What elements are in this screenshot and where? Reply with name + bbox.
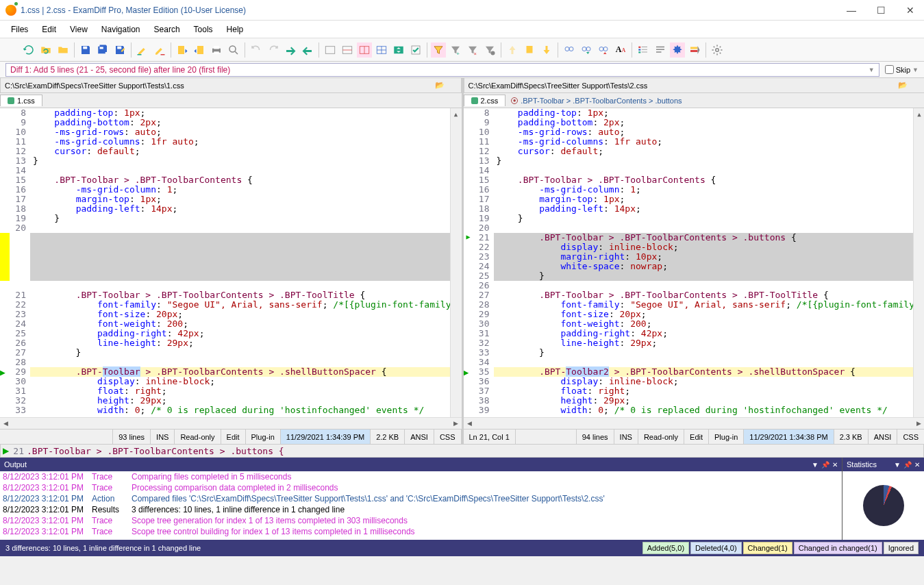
svg-point-8: [229, 46, 236, 52]
diff-description[interactable]: Diff 1: Add 5 lines (21 - 25, second fil…: [5, 63, 879, 77]
horizontal-scrollbar[interactable]: ◀▶: [464, 417, 925, 429]
svg-rect-4: [197, 46, 203, 54]
svg-text:+: +: [457, 50, 460, 56]
right-path-bar: C:\Src\ExamDiff\Specs\TreeSitter Support…: [464, 78, 925, 93]
close-panel-icon[interactable]: ✕: [914, 461, 920, 469]
scope-breadcrumb[interactable]: ●.BPT-Toolbar > .BPT-ToolbarContents > .…: [505, 95, 687, 106]
svg-rect-2: [117, 46, 121, 49]
vertical-scrollbar[interactable]: ▲: [450, 108, 462, 417]
copy-left-icon[interactable]: [175, 42, 190, 58]
save-all-icon[interactable]: [95, 42, 110, 58]
open-folder-icon[interactable]: 📂: [898, 81, 908, 90]
menu-files[interactable]: Files: [4, 22, 35, 37]
skip-checkbox[interactable]: Skip ▼: [885, 65, 919, 74]
minimize-button[interactable]: —: [842, 3, 860, 17]
left-editor[interactable]: ▶ 89101112131415161718192021222324252627…: [0, 108, 462, 417]
menu-tools[interactable]: Tools: [187, 22, 220, 37]
refresh-folder-icon[interactable]: [38, 42, 53, 58]
list-icon[interactable]: [636, 42, 651, 58]
filter-remove-icon[interactable]: ×: [465, 42, 480, 58]
menu-navigation[interactable]: Navigation: [95, 22, 147, 37]
find-prev-icon[interactable]: [596, 42, 611, 58]
redo-icon[interactable]: [266, 42, 281, 58]
find-icon[interactable]: [562, 42, 577, 58]
view-grid-icon[interactable]: [374, 42, 389, 58]
left-pane: C:\Src\ExamDiff\Specs\TreeSitter Support…: [0, 78, 462, 444]
down-icon[interactable]: [539, 42, 554, 58]
right-status-bar: Ln 21, Col 1 94 lines INS Read-only Edit…: [464, 429, 925, 444]
app-icon[interactable]: [912, 82, 920, 90]
svg-rect-9: [325, 46, 335, 53]
menu-edit[interactable]: Edit: [35, 22, 63, 37]
readonly-status: Read-only: [175, 430, 221, 444]
svg-point-21: [491, 51, 495, 55]
log-row: 8/12/2023 3:12:01 PMResults3 differences…: [0, 504, 842, 515]
font-icon[interactable]: AA: [613, 42, 628, 58]
find-next-icon[interactable]: [579, 42, 594, 58]
save-icon[interactable]: [78, 42, 93, 58]
footer-status-bar: 3 differences: 10 lines, 1 inline differ…: [0, 540, 924, 556]
maximize-button[interactable]: ☐: [873, 3, 890, 17]
dropdown-icon[interactable]: ▼: [812, 461, 819, 469]
edit-left-icon[interactable]: [135, 42, 150, 58]
menu-view[interactable]: View: [63, 22, 95, 37]
right-file-tab[interactable]: 2.css: [464, 95, 506, 106]
open-folder-icon[interactable]: 📂: [435, 81, 445, 90]
left-file-tab[interactable]: 1.css: [0, 95, 42, 106]
svg-rect-1: [100, 47, 103, 49]
pin-icon[interactable]: 📌: [821, 461, 829, 469]
close-panel-icon[interactable]: ✕: [832, 461, 838, 469]
window-title: 1.css | 2.css - ExamDiff Pro, Master Edi…: [21, 5, 842, 15]
edit-right-icon[interactable]: [152, 42, 167, 58]
pin-icon[interactable]: 📌: [903, 461, 912, 469]
svg-rect-22: [527, 46, 533, 53]
svg-rect-7: [214, 51, 219, 54]
diff-marker-icon: ▶: [1, 446, 10, 456]
close-button[interactable]: ✕: [902, 3, 919, 17]
copy-right-icon[interactable]: [192, 42, 207, 58]
prev-diff-icon[interactable]: [300, 42, 315, 58]
up-icon[interactable]: [505, 42, 520, 58]
highlight-icon[interactable]: [687, 42, 702, 58]
view-vert-icon[interactable]: [357, 42, 372, 58]
right-editor[interactable]: ▶▶ 8910111213141516171819202122232425262…: [464, 108, 925, 417]
svg-text:×: ×: [474, 50, 477, 56]
refresh-icon[interactable]: [21, 42, 36, 58]
edit-status: Edit: [684, 430, 709, 444]
svg-rect-31: [638, 51, 640, 53]
vertical-scrollbar[interactable]: ▲: [913, 108, 924, 417]
compare-icon[interactable]: [4, 42, 19, 58]
settings-icon[interactable]: [710, 42, 725, 58]
check-icon[interactable]: [408, 42, 423, 58]
app-icon[interactable]: [449, 82, 457, 90]
svg-rect-6: [214, 46, 219, 49]
open-folder-icon[interactable]: [55, 42, 71, 58]
save-as-icon[interactable]: [112, 42, 127, 58]
bookmark-icon[interactable]: [522, 42, 537, 58]
view-single-icon[interactable]: [323, 42, 338, 58]
filter-add-icon[interactable]: +: [448, 42, 463, 58]
left-tab-bar: 1.css: [0, 93, 462, 108]
output-log[interactable]: 8/12/2023 3:12:01 PMTraceComparing files…: [0, 471, 842, 540]
undo-icon[interactable]: [249, 42, 264, 58]
plugin-icon[interactable]: [670, 42, 685, 58]
next-diff-icon[interactable]: [283, 42, 298, 58]
left-status-bar: 93 lines INS Read-only Edit Plug-in 11/2…: [0, 429, 462, 444]
sync-scroll-icon[interactable]: [391, 42, 406, 58]
wrap-icon[interactable]: [653, 42, 668, 58]
horizontal-scrollbar[interactable]: ◀▶: [0, 417, 462, 429]
view-horiz-icon[interactable]: [340, 42, 355, 58]
svg-point-24: [569, 47, 573, 51]
menu-search[interactable]: Search: [147, 22, 187, 37]
svg-rect-0: [83, 46, 87, 49]
file-icon: [8, 97, 14, 104]
menu-help[interactable]: Help: [220, 22, 251, 37]
print-icon[interactable]: [209, 42, 224, 58]
left-file-path: C:\Src\ExamDiff\Specs\TreeSitter Support…: [5, 82, 435, 90]
filter-icon[interactable]: [431, 42, 446, 58]
zoom-icon[interactable]: [226, 42, 241, 58]
filter-settings-icon[interactable]: [482, 42, 497, 58]
log-row: 8/12/2023 3:12:01 PMTraceScope tree cont…: [0, 526, 842, 537]
dropdown-icon[interactable]: ▼: [894, 461, 901, 469]
app-logo-icon: [5, 5, 16, 16]
